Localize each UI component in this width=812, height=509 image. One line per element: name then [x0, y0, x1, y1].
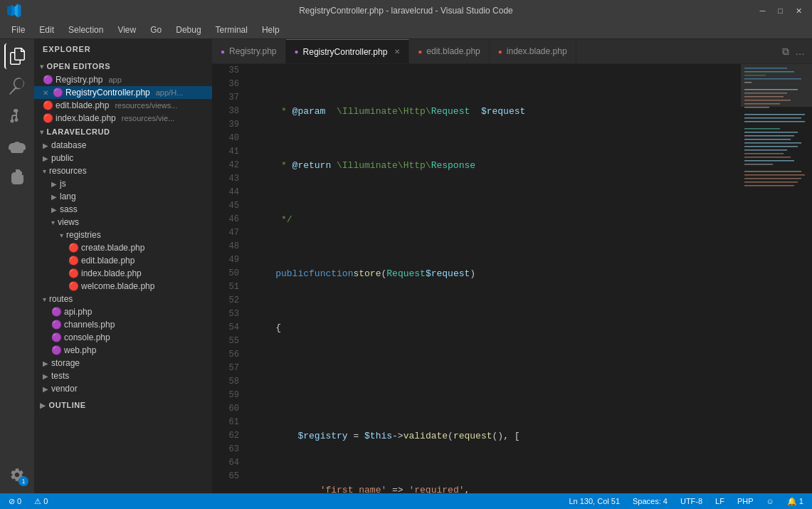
menu-debug[interactable]: Debug	[170, 23, 206, 36]
folder-tests-chevron-icon: ▶	[43, 372, 48, 380]
folder-registries[interactable]: ▾ registries	[34, 229, 212, 241]
search-activity-icon[interactable]	[4, 73, 30, 99]
sidebar-header: EXPLORER	[34, 39, 212, 59]
outline-section[interactable]: ▶ OUTLINE	[34, 398, 212, 412]
open-editor-index-blade[interactable]: 🔴 index.blade.php resources/vie...	[34, 112, 212, 125]
laravelcrud-section[interactable]: ▾ LARAVELCRUD	[34, 125, 212, 139]
folder-database[interactable]: ▶ database	[34, 139, 212, 152]
outline-chevron-icon: ▶	[40, 402, 46, 409]
main-layout: 1 EXPLORER ▾ OPEN EDITORS 🟣 Registry.php…	[0, 39, 812, 493]
folder-tests[interactable]: ▶ tests	[34, 369, 212, 382]
folder-views[interactable]: ▾ views	[34, 216, 212, 229]
spaces-status[interactable]: Spaces: 4	[630, 497, 670, 505]
file-channels-php[interactable]: 🟣 channels.php	[34, 318, 212, 331]
menu-terminal[interactable]: Terminal	[210, 23, 253, 36]
notifications-status[interactable]: 🔔 1	[784, 497, 806, 506]
menu-view[interactable]: View	[112, 23, 142, 36]
file-web-php[interactable]: 🟣 web.php	[34, 344, 212, 357]
folder-resources[interactable]: ▾ resources	[34, 164, 212, 177]
open-editor-registry-controller-name: RegistryController.php	[65, 88, 150, 98]
explorer-activity-icon[interactable]	[4, 43, 30, 69]
laravelcrud-label: LARAVELCRUD	[47, 127, 110, 136]
console-php-icon: 🟣	[51, 332, 61, 342]
tab-registry-controller-close-icon[interactable]: ✕	[394, 48, 400, 56]
minimap-content	[741, 64, 812, 493]
folder-sass-name: sass	[60, 204, 78, 214]
code-content[interactable]: * @param \Illuminate\Http\Request $reque…	[248, 64, 741, 493]
file-edit-blade[interactable]: 🔴 edit.blade.php	[34, 254, 212, 267]
menu-edit[interactable]: Edit	[33, 23, 60, 36]
tab-edit-blade-icon: ●	[418, 48, 422, 56]
settings-activity-icon[interactable]: 1	[4, 462, 30, 488]
window-title: RegistryController.php - laravelcrud - V…	[299, 6, 513, 16]
tab-index-blade-icon: ●	[498, 48, 502, 56]
file-console-php[interactable]: 🟣 console.php	[34, 331, 212, 344]
debug-activity-icon[interactable]	[4, 133, 30, 159]
tab-edit-blade[interactable]: ● edit.blade.php	[409, 39, 489, 64]
smiley-status[interactable]: ☺	[764, 497, 777, 505]
folder-storage-chevron-icon: ▶	[43, 360, 48, 367]
maximize-button[interactable]: □	[775, 6, 786, 16]
warnings-status[interactable]: ⚠ 0	[31, 497, 51, 506]
cursor-position-status[interactable]: Ln 130, Col 51	[566, 497, 623, 505]
folder-public-name: public	[51, 153, 73, 163]
file-create-blade[interactable]: 🔴 create.blade.php	[34, 241, 212, 254]
folder-sass[interactable]: ▶ sass	[34, 203, 212, 216]
minimize-button[interactable]: ─	[757, 6, 769, 16]
file-api-php[interactable]: 🟣 api.php	[34, 305, 212, 318]
minimap	[741, 64, 812, 493]
menu-go[interactable]: Go	[144, 23, 167, 36]
file-index-blade[interactable]: 🔴 index.blade.php	[34, 267, 212, 280]
svg-rect-0	[744, 68, 787, 69]
svg-rect-25	[744, 171, 801, 172]
folder-vendor[interactable]: ▶ vendor	[34, 382, 212, 395]
encoding-status[interactable]: UTF-8	[677, 497, 705, 505]
svg-rect-24	[744, 164, 773, 165]
sidebar: EXPLORER ▾ OPEN EDITORS 🟣 Registry.php a…	[34, 39, 212, 493]
code-line-35: * @param \Illuminate\Http\Request $reque…	[253, 105, 741, 118]
file-web-php-name: web.php	[64, 345, 96, 355]
tab-registry-controller-php[interactable]: ● RegistryController.php ✕	[286, 39, 410, 64]
tab-registry-php[interactable]: ● Registry.php	[212, 39, 286, 64]
folder-storage-name: storage	[51, 358, 80, 368]
status-bar-right: Ln 130, Col 51 Spaces: 4 UTF-8 LF PHP ☺ …	[566, 497, 806, 506]
window-controls[interactable]: ─ □ ✕	[757, 6, 805, 16]
status-bar-left: ⊘ 0 ⚠ 0	[6, 497, 51, 506]
open-editors-section[interactable]: ▾ OPEN EDITORS	[34, 59, 212, 73]
open-editors-label: OPEN EDITORS	[47, 62, 111, 70]
file-welcome-blade[interactable]: 🔴 welcome.blade.php	[34, 280, 212, 293]
language-status[interactable]: PHP	[734, 497, 756, 505]
open-editor-edit-blade[interactable]: 🔴 edit.blade.php resources/views...	[34, 99, 212, 112]
tab-registry-controller-php-icon: ●	[295, 48, 299, 56]
more-actions-button[interactable]: …	[793, 44, 806, 59]
open-editor-registry-controller-php[interactable]: ✕ 🟣 RegistryController.php app/H...	[34, 86, 212, 99]
close-button[interactable]: ✕	[793, 6, 805, 16]
php-file-icon: 🟣	[53, 88, 63, 98]
svg-rect-9	[744, 103, 780, 105]
extensions-activity-icon[interactable]	[4, 163, 30, 189]
folder-lang[interactable]: ▶ lang	[34, 190, 212, 203]
menu-file[interactable]: File	[6, 23, 31, 36]
activity-bar: 1	[0, 39, 34, 493]
title-bar: RegistryController.php - laravelcrud - V…	[0, 0, 812, 21]
open-editor-registry-php[interactable]: 🟣 Registry.php app	[34, 73, 212, 86]
source-control-activity-icon[interactable]	[4, 103, 30, 129]
menu-help[interactable]: Help	[256, 23, 285, 36]
folder-routes[interactable]: ▾ routes	[34, 293, 212, 305]
folder-storage[interactable]: ▶ storage	[34, 357, 212, 369]
folder-routes-chevron-icon: ▾	[43, 295, 46, 303]
close-icon[interactable]: ✕	[43, 89, 48, 97]
split-editor-button[interactable]: ⧉	[781, 44, 791, 59]
folder-js-name: js	[60, 179, 66, 189]
folder-registries-chevron-icon: ▾	[60, 231, 63, 239]
folder-public[interactable]: ▶ public	[34, 152, 212, 164]
tab-index-blade[interactable]: ● index.blade.php	[490, 39, 576, 64]
folder-vendor-name: vendor	[51, 384, 78, 394]
menu-selection[interactable]: Selection	[63, 23, 109, 36]
tab-index-blade-label: index.blade.php	[507, 46, 567, 56]
line-ending-status[interactable]: LF	[712, 497, 727, 505]
code-editor[interactable]: 35 36 37 38 39 40 41 42 43 44 45 46 47 4…	[212, 64, 812, 493]
tab-edit-blade-label: edit.blade.php	[426, 46, 480, 56]
errors-status[interactable]: ⊘ 0	[6, 497, 24, 506]
folder-js[interactable]: ▶ js	[34, 177, 212, 190]
